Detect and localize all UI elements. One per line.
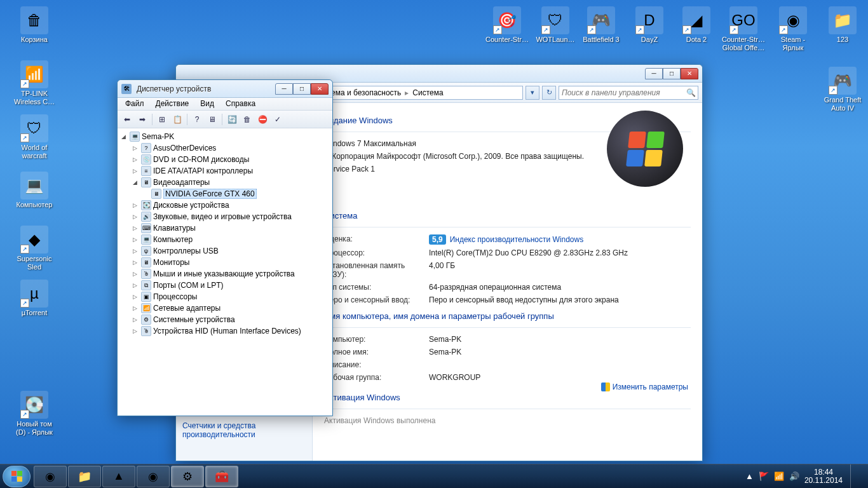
desktop-icon-steam[interactable]: ◉↗Steam - Ярлык <box>770 6 816 52</box>
show-desktop-button[interactable] <box>850 464 859 489</box>
expand-icon[interactable]: ▷ <box>130 168 139 174</box>
info-value: Intel(R) Core(TM)2 Duo CPU E8290 @ 2.83G… <box>429 248 628 257</box>
tree-node[interactable]: ◢🖥Видеоадаптеры <box>130 177 331 188</box>
desktop-icon-gta4[interactable]: 🎮↗Grand Theft Auto IV <box>820 67 865 112</box>
expand-icon[interactable]: ▷ <box>130 282 139 288</box>
minimize-button[interactable]: ─ <box>275 83 293 95</box>
taskbar-button-devmgr[interactable]: 🧰 <box>205 466 238 487</box>
tree-node[interactable]: ▷🖥Мониторы <box>130 257 331 268</box>
desktop-icon-dayz[interactable]: D↗DayZ <box>627 6 672 44</box>
search-input[interactable] <box>559 88 684 97</box>
tree-node[interactable]: ▷💻Компьютер <box>130 234 331 245</box>
desktop-icon-dota2[interactable]: ◢↗Dota 2 <box>674 6 719 44</box>
desktop-icon-cs[interactable]: 🎯↗Counter-Str… <box>484 6 530 44</box>
tree-node[interactable]: ▷≡IDE ATA/ATAPI контроллеры <box>130 165 331 177</box>
taskbar-button-steam[interactable]: ◉ <box>137 466 170 487</box>
tree-node-device[interactable]: 🖥NVIDIA GeForce GTX 460 <box>130 188 331 200</box>
clock[interactable]: 18:44 20.11.2014 <box>804 468 843 485</box>
desktop-icon-bf3[interactable]: 🎮↗Battlefield 3 <box>578 6 624 44</box>
close-button[interactable]: ✕ <box>311 83 329 95</box>
expand-icon[interactable]: ▷ <box>130 202 139 208</box>
menu-action[interactable]: Действие <box>151 98 194 110</box>
tree-node[interactable]: ▷⚙Системные устройства <box>130 314 331 325</box>
expand-icon[interactable]: ▷ <box>130 214 139 220</box>
expand-icon[interactable]: ▷ <box>130 236 139 243</box>
desktop-icon-csgo[interactable]: GO↗Counter-Str… Global Offe… <box>721 6 766 52</box>
tray-volume-icon[interactable]: 🔊 <box>789 471 799 481</box>
tree-node[interactable]: ▷📶Сетевые адаптеры <box>130 302 331 314</box>
menu-view[interactable]: Вид <box>195 98 219 110</box>
expand-icon[interactable]: ▷ <box>130 225 139 231</box>
side-link-perfcounters[interactable]: Счетчики и средства производительности <box>182 419 306 442</box>
desktop-icon-newvol[interactable]: 💽↗Новый том (D) - Ярлык <box>11 391 57 437</box>
search-box[interactable]: 🔍 <box>559 86 698 100</box>
expand-icon[interactable]: ▷ <box>130 248 139 254</box>
expand-icon[interactable]: ▷ <box>130 294 139 300</box>
tree-node[interactable]: ▷ψКонтроллеры USB <box>130 245 331 257</box>
change-settings-link[interactable]: Изменить параметры <box>601 383 688 391</box>
maximize-button[interactable]: □ <box>663 68 681 79</box>
desktop-icon-nvidia[interactable]: ◆↗Supersonic Sled <box>11 226 57 271</box>
tree-node[interactable]: ▷🖱Устройства HID (Human Interface Device… <box>130 325 331 337</box>
expand-icon[interactable]: ▷ <box>130 305 139 311</box>
taskbar-button-controlpanel[interactable]: ⚙ <box>171 466 204 487</box>
tree-node[interactable]: ▷🔊Звуковые, видео и игровые устройства <box>130 211 331 222</box>
desktop-icon-recycle-bin[interactable]: 🗑Корзина <box>11 6 57 44</box>
toolbar-enable-button[interactable]: ✓ <box>271 112 285 126</box>
toolbar-tree-button[interactable]: ⊞ <box>155 112 169 126</box>
tree-root[interactable]: ◢💻 Sema-PK <box>119 131 331 142</box>
toolbar-disable-button[interactable]: ⛔ <box>255 112 269 126</box>
info-row: Рабочая группа:WORKGROUP <box>324 371 691 384</box>
tree-node[interactable]: ▷💽Дисковые устройства <box>130 200 331 211</box>
performance-index-link[interactable]: Индекс производительности Windows <box>450 235 583 244</box>
tree-node[interactable]: ▷⌨Клавиатуры <box>130 222 331 234</box>
toolbar-help-button[interactable]: ? <box>190 112 204 126</box>
desktop-icon-folder123[interactable]: 📁123 <box>820 6 865 44</box>
devmgr-titlebar[interactable]: 🛠 Диспетчер устройств ─ □ ✕ <box>118 80 332 98</box>
minimize-button[interactable]: ─ <box>645 68 663 79</box>
desktop-icon-tplink[interactable]: 📶↗TP-LINK Wireless C… <box>11 60 57 106</box>
close-button[interactable]: ✕ <box>681 68 698 79</box>
toolbar-uninstall-button[interactable]: 🗑 <box>240 112 254 126</box>
start-button[interactable] <box>3 466 31 487</box>
menu-help[interactable]: Справка <box>220 98 261 110</box>
desktop-icon-computer[interactable]: 💻Компьютер <box>11 172 57 209</box>
tray-network-icon[interactable]: 📶 <box>774 471 784 481</box>
expand-icon[interactable]: ▷ <box>130 328 139 334</box>
expand-icon[interactable]: ▷ <box>130 271 139 277</box>
tree-node-label: IDE ATA/ATAPI контроллеры <box>153 166 253 175</box>
desktop-icon-wot[interactable]: 🛡↗WOTLaun… <box>532 6 578 44</box>
info-row: Описание: <box>324 358 691 371</box>
menu-file[interactable]: Файл <box>120 98 149 110</box>
toolbar-back-button[interactable]: ⬅ <box>120 112 134 126</box>
collapse-icon[interactable]: ◢ <box>130 179 139 186</box>
tree-node-label: Сетевые адаптеры <box>153 304 220 313</box>
toolbar-properties-button[interactable]: 📋 <box>170 112 184 126</box>
expand-icon[interactable]: ▷ <box>130 145 139 151</box>
tree-node-label: Мыши и иные указывающие устройства <box>153 269 295 278</box>
refresh-button[interactable]: ↻ <box>542 86 556 100</box>
toolbar-update-button[interactable]: 🔄 <box>225 112 239 126</box>
expand-icon[interactable]: ▷ <box>130 156 139 163</box>
tray-overflow-icon[interactable]: ▲ <box>745 471 754 481</box>
addr-dropdown-button[interactable]: ▾ <box>526 86 539 100</box>
taskbar-button-explorer[interactable]: 📁 <box>68 466 101 487</box>
toolbar-forward-button[interactable]: ➡ <box>135 112 149 126</box>
device-tree[interactable]: ◢💻 Sema-PK ▷?AsusOtherDevices▷💿DVD и CD-… <box>118 128 332 416</box>
taskbar-button-chrome[interactable]: ◉ <box>34 466 67 487</box>
tray-flag-icon[interactable]: 🚩 <box>759 471 769 481</box>
tree-node[interactable]: ▷⧉Порты (COM и LPT) <box>130 280 331 291</box>
desktop-icon-utorrent[interactable]: µ↗µTorrent <box>11 280 57 317</box>
maximize-button[interactable]: □ <box>293 83 311 95</box>
tree-node[interactable]: ▷?AsusOtherDevices <box>130 142 331 154</box>
tree-node[interactable]: ▷▣Процессоры <box>130 291 331 302</box>
device-manager-window[interactable]: 🛠 Диспетчер устройств ─ □ ✕ Файл Действи… <box>117 79 333 416</box>
toolbar-scan-button[interactable]: 🖥 <box>205 112 219 126</box>
desktop-icon-wow[interactable]: 🛡↗World of warcraft <box>11 114 57 160</box>
tree-node[interactable]: ▷💿DVD и CD-ROM дисководы <box>130 154 331 165</box>
breadcrumb-item[interactable]: Система <box>412 88 443 97</box>
taskbar-button-vlc[interactable]: ▲ <box>102 466 135 487</box>
tree-node[interactable]: ▷🖱Мыши и иные указывающие устройства <box>130 268 331 280</box>
expand-icon[interactable]: ▷ <box>130 259 139 266</box>
expand-icon[interactable]: ▷ <box>130 316 139 323</box>
